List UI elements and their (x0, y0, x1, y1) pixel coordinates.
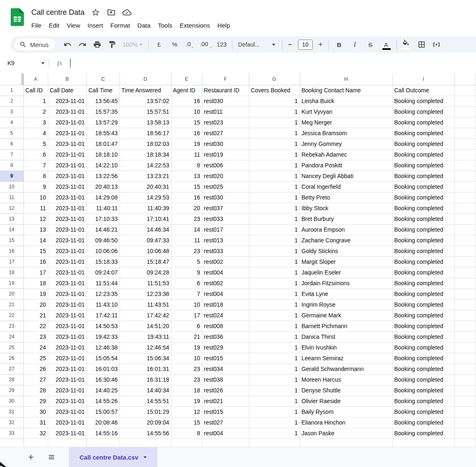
row-header-13[interactable]: 13 (0, 214, 23, 224)
menu-view[interactable]: View (63, 21, 84, 30)
cell-E15[interactable]: 11 (171, 235, 202, 246)
cell-C28[interactable]: 16:30:46 (87, 374, 120, 385)
cell-F1[interactable]: Restaurant ID (202, 85, 249, 96)
cell-J4[interactable] (455, 117, 476, 128)
cell-E24[interactable]: 21 (171, 331, 202, 342)
undo-button[interactable] (60, 38, 75, 51)
cell-F23[interactable]: rest008 (202, 321, 249, 331)
row-header-2[interactable]: 2 (0, 96, 23, 106)
cell-H9[interactable]: Nancey Degli Abbati (300, 171, 392, 181)
cell-D10[interactable]: 20:40:31 (120, 181, 171, 192)
cell-D5[interactable]: 18:56:17 (120, 128, 171, 138)
document-title[interactable]: Call centre Data (31, 8, 84, 17)
cell-A13[interactable]: 12 (23, 214, 48, 224)
active-sheet-tab[interactable]: Call centre Data.csv (69, 447, 157, 467)
cell-A19[interactable]: 18 (23, 278, 48, 289)
cell-F19[interactable]: rest002 (202, 278, 249, 289)
cell-E30[interactable]: 19 (171, 396, 202, 406)
row-header-16[interactable]: 16 (0, 246, 23, 256)
text-color-button[interactable]: A (378, 41, 394, 48)
merge-cells-button[interactable] (429, 38, 444, 51)
cell-A4[interactable]: 3 (23, 117, 48, 128)
cell-C14[interactable]: 14:46:21 (87, 224, 120, 235)
row-header-24[interactable]: 24 (0, 331, 23, 342)
cell-C32[interactable]: 20:08:46 (87, 417, 120, 428)
row-header-21[interactable]: 21 (0, 299, 23, 310)
fill-color-button[interactable] (399, 38, 414, 51)
cell-G22[interactable]: 1 (249, 310, 300, 321)
cell-D31[interactable]: 15:01:29 (120, 406, 171, 417)
cell-E4[interactable]: 15 (171, 117, 202, 128)
row-header-11[interactable]: 11 (0, 192, 23, 203)
cell-D20[interactable]: 12:23:38 (120, 289, 171, 299)
cell-A15[interactable]: 14 (23, 235, 48, 246)
cell-C26[interactable]: 15:05:54 (87, 353, 120, 364)
cell-J18[interactable] (455, 267, 476, 278)
cell-D29[interactable]: 14:40:34 (120, 385, 171, 396)
cell-J21[interactable] (455, 299, 476, 310)
row-header-17[interactable]: 17 (0, 256, 23, 267)
row-header-26[interactable]: 26 (0, 353, 23, 364)
cell-G29[interactable]: 1 (249, 385, 300, 396)
cell-C[interactable] (87, 439, 120, 447)
cell-B27[interactable]: 2023-11-01 (48, 364, 87, 374)
cell-B12[interactable]: 2023-11-01 (48, 203, 87, 214)
cell-D13[interactable]: 17:10:41 (120, 214, 171, 224)
cell-C20[interactable]: 12:23:35 (87, 289, 120, 299)
cell-G16[interactable]: 1 (249, 246, 300, 256)
cell-B7[interactable]: 2023-11-01 (48, 149, 87, 160)
cell-F21[interactable]: rest018 (202, 299, 249, 310)
cell-B17[interactable]: 2023-11-01 (48, 256, 87, 267)
cell-B[interactable] (48, 439, 87, 447)
cell-C13[interactable]: 17:10:33 (87, 214, 120, 224)
cell-J9[interactable] (455, 171, 476, 181)
cell-I5[interactable]: Booking completed (392, 128, 455, 138)
cell-I15[interactable]: Booking completed (392, 235, 455, 246)
cell-G14[interactable]: 1 (249, 224, 300, 235)
cell-F18[interactable]: rest004 (202, 267, 249, 278)
cell-F13[interactable]: rest033 (202, 214, 249, 224)
tab-dropdown-icon[interactable] (143, 456, 147, 458)
cell-D32[interactable]: 20:09:04 (120, 417, 171, 428)
cell-G11[interactable]: 1 (249, 192, 300, 203)
cell-J11[interactable] (455, 192, 476, 203)
cell-H13[interactable]: Bret Burbury (300, 214, 392, 224)
cell-H21[interactable]: Ingrim Royse (300, 299, 392, 310)
cell-J30[interactable] (455, 396, 476, 406)
cell-G5[interactable]: 1 (249, 128, 300, 138)
cell-A2[interactable]: 1 (23, 96, 48, 106)
cell-B21[interactable]: 2023-11-01 (48, 299, 87, 310)
cell-H28[interactable]: Moreen Harcus (300, 374, 392, 385)
cell-B1[interactable]: Call Date (48, 85, 87, 96)
cell-J12[interactable] (455, 203, 476, 214)
cell-B3[interactable]: 2023-11-01 (48, 106, 87, 117)
cell-F30[interactable]: rest021 (202, 396, 249, 406)
row-header-9[interactable]: 9 (0, 171, 23, 181)
cell-A20[interactable]: 19 (23, 289, 48, 299)
cell-G26[interactable]: 1 (249, 353, 300, 364)
print-button[interactable] (90, 38, 105, 51)
italic-button[interactable]: I (347, 41, 363, 48)
cell-A31[interactable]: 30 (23, 406, 48, 417)
cell-F12[interactable]: rest037 (202, 203, 249, 214)
cell-G19[interactable]: 1 (249, 278, 300, 289)
row-header-8[interactable]: 8 (0, 160, 23, 171)
row-header-29[interactable]: 29 (0, 385, 23, 396)
cell-I2[interactable]: Booking completed (392, 96, 455, 106)
cell-C12[interactable]: 11:40:11 (87, 203, 120, 214)
cell-I19[interactable]: Booking completed (392, 278, 455, 289)
cell-G8[interactable]: 1 (249, 160, 300, 171)
font-size-input[interactable]: 10 (298, 40, 313, 50)
cell-F17[interactable]: rest002 (202, 256, 249, 267)
cell-F27[interactable]: rest034 (202, 364, 249, 374)
cell-J26[interactable] (455, 353, 476, 364)
cell-J17[interactable] (455, 256, 476, 267)
cell-D3[interactable]: 15:57:51 (120, 106, 171, 117)
cell-E25[interactable]: 19 (171, 342, 202, 353)
cell-B10[interactable]: 2023-11-01 (48, 181, 87, 192)
cell-A12[interactable]: 11 (23, 203, 48, 214)
cell-F24[interactable]: rest036 (202, 331, 249, 342)
cell-C8[interactable]: 14:22:10 (87, 160, 120, 171)
cell-A22[interactable]: 21 (23, 310, 48, 321)
cell-D9[interactable]: 13:23:21 (120, 171, 171, 181)
